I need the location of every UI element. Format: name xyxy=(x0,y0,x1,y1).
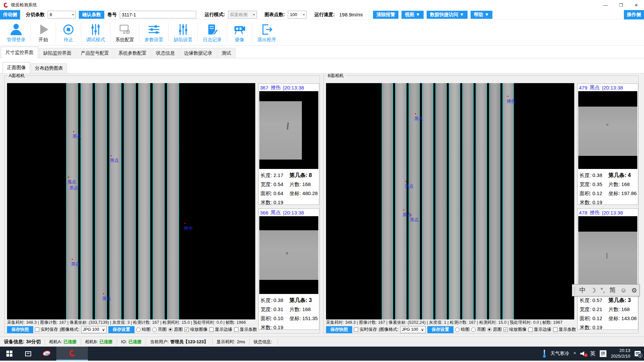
tool-stop[interactable]: 停止 xyxy=(56,19,80,45)
snapshot-button[interactable]: 保存快照 xyxy=(7,326,33,333)
operator-side-button[interactable]: 操作侧 xyxy=(624,10,644,19)
clear-alarm-button[interactable]: 清除报警 xyxy=(373,11,398,19)
ime-settings-icon[interactable]: ⚙ xyxy=(631,287,637,294)
checkbox-缩放图像[interactable]: ✓缩放图像 xyxy=(184,326,208,333)
weather-text[interactable]: 天气寒冷 xyxy=(550,351,569,357)
defect-field: 宽度: 0.31 xyxy=(261,306,289,313)
status-value: 2ms xyxy=(237,339,245,344)
checkbox-缩放图像[interactable]: ✓缩放图像 xyxy=(503,326,527,333)
data-quick-access-button[interactable]: 数据快捷访问 ▼ xyxy=(427,11,468,19)
help-menu-button[interactable]: 帮助 ▼ xyxy=(471,11,493,19)
snipping-app-button[interactable]: ✂ xyxy=(38,347,56,361)
tool-debug-sliders[interactable]: 调试模式 xyxy=(82,19,110,45)
tool-system-config[interactable]: 系统配置 xyxy=(111,19,139,45)
ime-emoji-icon[interactable]: ☺ xyxy=(620,287,627,294)
toolbar-divider xyxy=(81,23,81,42)
tool-label: 参数设置 xyxy=(145,37,163,43)
defect-annotation: 挫伤 xyxy=(507,98,516,104)
roll-number-input[interactable] xyxy=(120,11,196,18)
tab-main-0[interactable]: 尺寸监控界面 xyxy=(1,47,38,58)
tool-user[interactable]: 管理登录 xyxy=(2,19,30,45)
tab-main-2[interactable]: 产品型号配置 xyxy=(76,48,113,58)
input-language-indicator[interactable]: 英 xyxy=(590,350,595,357)
defect-card[interactable]: 367挫伤|20:13:38长度: 2.17第几条: 8宽度: 0.54片数: … xyxy=(258,83,319,205)
defect-field: 坐标: 151.35 xyxy=(289,315,318,322)
radio-亮图[interactable]: 亮图 xyxy=(152,326,167,333)
close-button[interactable]: ✕ xyxy=(629,0,644,10)
ime-simplified-icon[interactable]: 简 xyxy=(609,286,616,295)
radio-暗图[interactable]: 暗图 xyxy=(455,326,470,333)
ime-punctuation-icon[interactable]: °, xyxy=(600,287,605,294)
defect-field: 米数: 0.19 xyxy=(261,199,289,206)
confirm-count-button[interactable]: 确认条数 xyxy=(79,11,104,19)
stop-icon xyxy=(62,23,75,36)
ime-chinese-mode[interactable]: 中 xyxy=(579,286,586,295)
realtime-save-checkbox[interactable]: 实时保存 xyxy=(35,326,58,333)
tool-label: 系统配置 xyxy=(115,37,134,43)
toolbar-divider xyxy=(56,23,56,42)
radio-暗图[interactable]: 暗图 xyxy=(136,326,151,333)
defect-card[interactable]: 478挫伤|20:13:38长度: 0.57第几条: 3宽度: 0.21片数: … xyxy=(577,208,638,330)
speaker-muted-icon[interactable]: × xyxy=(580,351,586,356)
defect-id: 367 xyxy=(260,85,268,90)
run-mode-dropdown[interactable]: 双面检测▾ xyxy=(228,11,257,18)
chart-points-dropdown[interactable]: 100▾ xyxy=(288,11,307,18)
tool-camera[interactable]: 摄像 xyxy=(227,19,252,45)
tool-play[interactable]: 开始 xyxy=(31,19,55,45)
defect-thumbnail[interactable] xyxy=(259,216,318,294)
camera-controls: 保存快照实时保存|图像格式:JPG 100∨保存设置暗图亮图原图✓缩放图像显示边… xyxy=(326,325,575,334)
checkbox-label: 缩放图像 xyxy=(509,326,527,333)
restore-button[interactable]: ❐ xyxy=(613,0,629,10)
tab-sub-0[interactable]: 正面图像 xyxy=(3,62,30,73)
checkbox-显示条数[interactable]: 显示条数 xyxy=(553,326,576,333)
drive-side-button[interactable]: 传动侧 xyxy=(0,10,20,19)
start-button[interactable] xyxy=(0,347,19,361)
defect-annotation: 黑点 xyxy=(414,116,423,122)
thermometer-icon[interactable] xyxy=(543,350,546,358)
defect-field: 坐标: 143.08 xyxy=(608,315,637,322)
image-format-dropdown[interactable]: JPG 100∨ xyxy=(81,326,107,333)
snapshot-button[interactable]: 保存快照 xyxy=(326,326,352,333)
image-format-dropdown[interactable]: JPG 100∨ xyxy=(400,326,426,333)
tab-main-5[interactable]: 边缘数据记录 xyxy=(180,48,217,58)
tool-log[interactable]: 日志记录 xyxy=(198,19,226,45)
tab-main-3[interactable]: 系统参数配置 xyxy=(114,48,151,58)
checkbox-显示边缘[interactable]: 显示边缘 xyxy=(528,326,551,333)
checkbox-label: 实时保存 xyxy=(360,326,377,333)
defect-card[interactable]: 366黑点|20:13:38长度: 0.38第几条: 3宽度: 0.31片数: … xyxy=(258,208,319,330)
defect-thumbnail[interactable] xyxy=(578,91,637,169)
defect-thumbnail[interactable] xyxy=(259,91,318,169)
tab-main-6[interactable]: 测试 xyxy=(217,48,235,58)
minimize-button[interactable]: — xyxy=(598,0,613,10)
realtime-save-checkbox[interactable]: 实时保存 xyxy=(354,326,377,333)
defect-thumbnail[interactable] xyxy=(578,216,637,294)
active-app-button[interactable] xyxy=(56,347,88,361)
checkbox-显示边缘[interactable]: 显示边缘 xyxy=(209,326,232,333)
ime-mode-icon[interactable]: 拼 xyxy=(600,350,606,357)
tab-main-4[interactable]: 状态信息 xyxy=(152,48,179,58)
log-icon xyxy=(206,23,219,36)
checkbox-显示条数[interactable]: 显示条数 xyxy=(234,326,257,333)
ime-moon-icon[interactable]: ☽ xyxy=(590,287,596,294)
radio-原图[interactable]: 原图 xyxy=(168,326,183,333)
defect-field: 米数: 0.19 xyxy=(580,324,608,331)
defect-card[interactable]: 479黑点|20:13:38长度: 0.38第几条: 4宽度: 0.35片数: … xyxy=(577,83,638,205)
defect-field: 第几条: 8 xyxy=(289,172,318,179)
task-view-button[interactable] xyxy=(19,347,38,361)
defect-annotation: 黑点 xyxy=(102,296,111,302)
view-menu-button[interactable]: 视图 ▼ xyxy=(401,11,424,19)
save-settings-button[interactable]: 保存设置 xyxy=(427,326,453,333)
radio-亮图[interactable]: 亮图 xyxy=(471,326,486,333)
slit-count-dropdown[interactable]: 8▾ xyxy=(48,11,76,18)
notification-center-icon[interactable]: 6 xyxy=(635,351,641,356)
tab-sub-1[interactable]: 分布趋势图表 xyxy=(31,63,67,73)
tray-expand-icon[interactable]: ^ xyxy=(574,351,576,357)
tab-main-1[interactable]: 缺陷监控界面 xyxy=(39,48,76,58)
save-settings-button[interactable]: 保存设置 xyxy=(108,326,135,333)
radio-原图[interactable]: 原图 xyxy=(487,326,502,333)
tool-defect-sliders[interactable]: 缺陷设置 xyxy=(169,19,197,45)
film-strip xyxy=(382,83,393,319)
tool-exit[interactable]: 退出程序 xyxy=(253,19,281,45)
clock[interactable]: 20:13 2025/2/10 xyxy=(611,348,630,359)
tool-params-sliders[interactable]: 参数设置 xyxy=(140,19,168,45)
